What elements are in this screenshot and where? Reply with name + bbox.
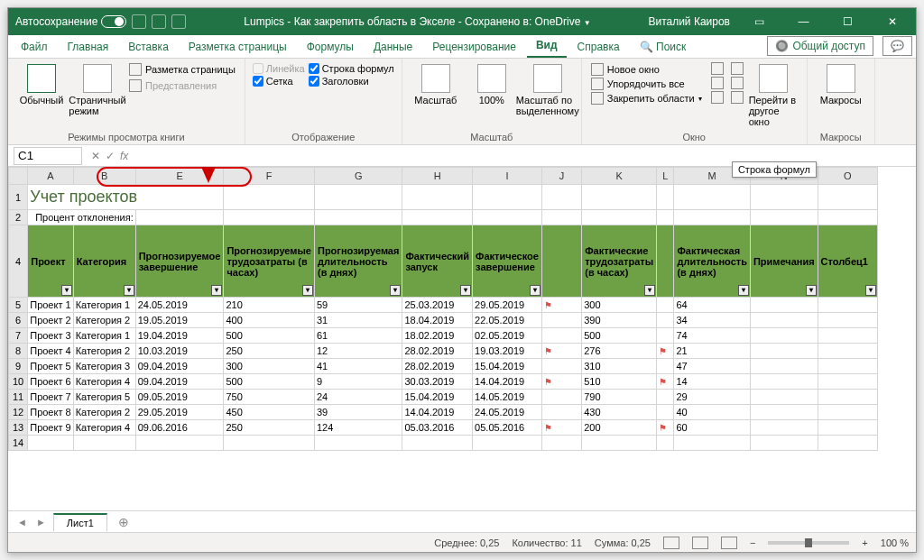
filter-icon[interactable]: ▾	[738, 285, 749, 296]
cell[interactable]	[28, 436, 73, 451]
cell[interactable]	[541, 405, 581, 420]
cell[interactable]	[674, 210, 750, 225]
cell[interactable]: 390	[582, 313, 657, 328]
cell[interactable]	[657, 359, 674, 374]
row-header[interactable]: 6	[9, 313, 28, 328]
cell[interactable]: 09.04.2019	[135, 374, 224, 390]
cell[interactable]: 12	[314, 344, 402, 359]
filter-icon[interactable]: ▾	[460, 285, 471, 296]
view-layout-icon[interactable]	[692, 537, 708, 549]
cell[interactable]: 24	[314, 390, 402, 405]
tab-view[interactable]: Вид	[527, 34, 567, 58]
cell[interactable]: 200	[582, 420, 657, 436]
tab-search[interactable]: 🔍 Поиск	[631, 36, 696, 58]
cell[interactable]: 34	[674, 313, 750, 328]
cell[interactable]	[750, 374, 818, 390]
cell[interactable]: 19.03.2019	[473, 344, 542, 359]
cell[interactable]: 750	[224, 390, 315, 405]
cell[interactable]	[750, 436, 818, 451]
view-normal-button[interactable]: Обычный	[15, 62, 68, 107]
worksheet-grid[interactable]: A В E F G H I J K L M N O 1Учет проектов…	[8, 167, 916, 510]
close-button[interactable]: ✕	[872, 8, 912, 35]
cell[interactable]	[473, 185, 542, 210]
cell[interactable]	[314, 436, 402, 451]
cell[interactable]	[750, 359, 818, 374]
cell[interactable]: 02.05.2019	[473, 328, 542, 344]
cell[interactable]	[314, 210, 402, 225]
cell[interactable]: 210	[224, 298, 315, 313]
cell[interactable]: Категория 1	[73, 298, 135, 313]
cell[interactable]	[582, 210, 657, 225]
ribbon-options-icon[interactable]: ▭	[739, 8, 780, 35]
cell[interactable]	[314, 185, 402, 210]
hide-icon[interactable]	[711, 77, 724, 89]
cell[interactable]: 30.03.2019	[402, 374, 473, 390]
cell[interactable]	[135, 436, 224, 451]
cell[interactable]	[541, 185, 581, 210]
sheet-tab[interactable]: Лист1	[53, 513, 107, 531]
cell[interactable]	[473, 436, 542, 451]
row-header[interactable]: 7	[9, 328, 28, 344]
cell[interactable]: Процент отклонения:	[28, 210, 135, 225]
filter-icon[interactable]: ▾	[211, 285, 222, 296]
table-header-cell[interactable]: Категория▾	[73, 225, 135, 298]
cell[interactable]: 09.04.2019	[135, 359, 224, 374]
cell[interactable]: 41	[314, 359, 402, 374]
cell[interactable]	[750, 185, 818, 210]
cell[interactable]: 09.06.2016	[135, 420, 224, 436]
cell[interactable]: 250	[224, 344, 315, 359]
cell[interactable]	[674, 436, 750, 451]
table-header-cell[interactable]: Прогнозируемые трудозатраты (в часах)▾	[224, 225, 315, 298]
col-header[interactable]: H	[402, 168, 473, 185]
cell[interactable]	[541, 359, 581, 374]
cell[interactable]: 430	[582, 405, 657, 420]
cell[interactable]: 05.03.2016	[402, 420, 473, 436]
cell[interactable]: 250	[224, 420, 315, 436]
filter-icon[interactable]: ▾	[644, 285, 655, 296]
cell[interactable]: 64	[674, 298, 750, 313]
cell[interactable]: 47	[674, 359, 750, 374]
cell[interactable]: ⚑	[541, 374, 581, 390]
comments-button[interactable]: 💬	[882, 36, 912, 56]
confirm-icon[interactable]: ✓	[106, 150, 115, 162]
cell[interactable]: Проект 2	[28, 313, 73, 328]
cell[interactable]: 300	[582, 298, 657, 313]
split-icon[interactable]	[711, 62, 724, 75]
col-header[interactable]: G	[314, 168, 402, 185]
cell[interactable]	[657, 436, 674, 451]
cell[interactable]	[750, 313, 818, 328]
cell[interactable]: 300	[224, 359, 315, 374]
table-header-cell[interactable]: Фактическое завершение▾	[473, 225, 542, 298]
cell[interactable]: ⚑	[541, 298, 581, 313]
cell[interactable]	[818, 436, 877, 451]
col-header[interactable]: K	[582, 168, 657, 185]
cell[interactable]	[73, 436, 135, 451]
filter-icon[interactable]: ▾	[530, 285, 541, 296]
tab-insert[interactable]: Вставка	[119, 36, 178, 58]
cell[interactable]: 10.03.2019	[135, 344, 224, 359]
zoom-out[interactable]: −	[750, 537, 755, 548]
tab-layout[interactable]: Разметка страницы	[180, 36, 296, 58]
select-all-corner[interactable]	[9, 168, 28, 185]
cell[interactable]: ⚑	[657, 344, 674, 359]
cell[interactable]: 24.05.2019	[473, 405, 542, 420]
cell[interactable]: 31	[314, 313, 402, 328]
cell[interactable]: Проект 5	[28, 359, 73, 374]
unhide-icon[interactable]	[711, 91, 724, 104]
cell[interactable]	[224, 185, 315, 210]
sheet-nav-next[interactable]: ►	[34, 517, 48, 528]
cell[interactable]: 29	[674, 390, 750, 405]
filter-icon[interactable]: ▾	[302, 285, 313, 296]
cell[interactable]: 790	[582, 390, 657, 405]
cell[interactable]	[818, 390, 877, 405]
cell[interactable]: Проект 9	[28, 420, 73, 436]
cell[interactable]: Категория 1	[73, 328, 135, 344]
table-header-cell[interactable]	[657, 225, 674, 298]
cell[interactable]: Категория 5	[73, 390, 135, 405]
row-header[interactable]: 10	[9, 374, 28, 390]
cell[interactable]: ⚑	[541, 344, 581, 359]
page-layout-cmd[interactable]: Разметка страницы	[127, 62, 237, 77]
custom-views-cmd[interactable]: Представления	[127, 78, 237, 93]
cell[interactable]: 29.05.2019	[135, 405, 224, 420]
table-header-cell[interactable]: Фактические трудозатраты (в часах)▾	[582, 225, 657, 298]
